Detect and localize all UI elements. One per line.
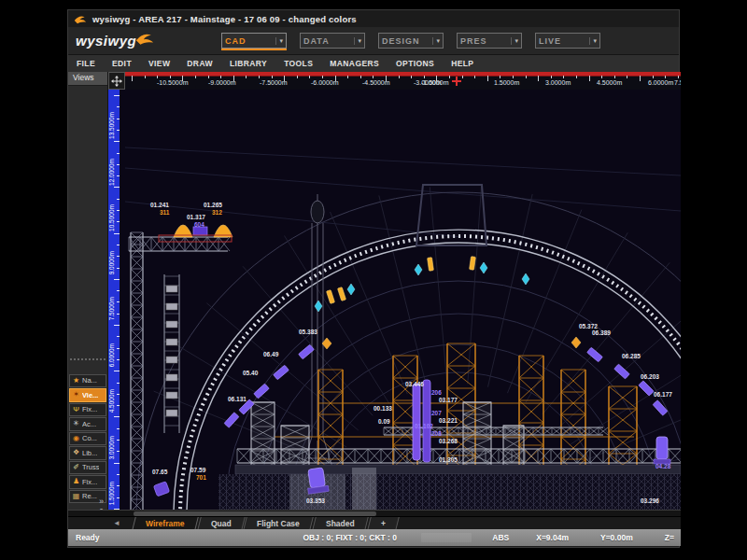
mode-tab-data[interactable]: DATA▾ — [300, 33, 365, 49]
sidebar-item-label: Ac... — [82, 420, 96, 428]
panel-grip[interactable] — [70, 358, 106, 364]
sidebar-item-co[interactable]: ◉Co... — [69, 432, 106, 446]
ruler-tick — [322, 76, 323, 78]
chevron-down-icon[interactable]: ▾ — [432, 37, 440, 45]
menu-draw[interactable]: DRAW — [178, 59, 221, 68]
sun-icon: ✳ — [72, 420, 80, 427]
wireframe-scene[interactable]: 01.24131101.31760401.26531205.38306.4905… — [125, 90, 681, 510]
canvas-label: 05.372 — [579, 323, 598, 329]
ruler-label: -9.0000m — [208, 79, 236, 86]
view-tab-wireframe[interactable]: Wireframe — [132, 517, 198, 530]
chevron-down-icon[interactable]: ▾ — [511, 37, 518, 45]
orange-diamond-fixture — [571, 337, 581, 348]
canvas-label: 06.49 — [263, 351, 279, 357]
stage-structures — [129, 185, 681, 510]
ruler-tick — [170, 76, 171, 78]
ruler-label: 4.5000m — [597, 79, 622, 86]
pencil-icon: ✐ — [72, 464, 80, 471]
mode-tab-live[interactable]: LIVE▾ — [535, 33, 600, 49]
mode-tab-label: LIVE — [539, 36, 561, 46]
yellow-beam-fixture — [337, 287, 345, 301]
sidebar-item-label: Fix... — [82, 405, 97, 413]
sidebar-item-ac[interactable]: ✳Ac... — [69, 417, 106, 431]
menu-options[interactable]: OPTIONS — [388, 59, 443, 68]
sidebar-views-tab[interactable]: Views — [68, 72, 107, 86]
sidebar-item-fix[interactable]: ΨFix... — [69, 403, 106, 417]
mode-tab-design[interactable]: DESIGN▾ — [378, 33, 444, 49]
view-tab-shaded[interactable]: Shaded — [312, 517, 368, 530]
ruler-tick — [309, 76, 310, 78]
canvas-label: 207 — [431, 410, 442, 416]
ruler-tick — [297, 76, 298, 78]
title-bar[interactable]: wysiwyg - AREA 217 - Mainstage - 17 06 0… — [68, 10, 679, 27]
truss-clamp-fixture — [166, 374, 177, 381]
status-ready: Ready — [68, 533, 295, 542]
sidebar-item-fix[interactable]: ♟Fix... — [69, 475, 106, 489]
menu-help[interactable]: HELP — [443, 59, 482, 68]
mode-tab-cad[interactable]: CAD▾ — [221, 33, 287, 49]
sidebar-item-vie[interactable]: ✶Vie... — [69, 388, 106, 402]
view-tab-+[interactable]: + — [367, 517, 399, 530]
ruler-label: 12.0000m — [108, 159, 115, 186]
canvas-label: 07.65 — [152, 469, 168, 475]
status-counts: OBJ : 0; FIXT : 0; CKT : 0 — [295, 533, 420, 542]
view-tab-label: Flight Case — [257, 519, 300, 528]
sidebar-item-lib[interactable]: ❖Lib... — [69, 446, 106, 460]
chevron-down-icon[interactable]: ▾ — [354, 37, 361, 45]
ruler-label: 3.0000m — [108, 436, 115, 459]
yellow-beam-fixture — [326, 290, 334, 304]
ruler-label: 3.0000m — [545, 79, 571, 86]
star-icon: ★ — [72, 377, 80, 385]
sidebar-item-truss[interactable]: ✐Truss — [69, 461, 106, 475]
mode-tab-label: PRES — [460, 36, 487, 46]
ruler-tick — [665, 76, 666, 78]
menu-file[interactable]: FILE — [68, 59, 104, 68]
canvas-label: 03.296 — [641, 497, 659, 504]
menu-view[interactable]: VIEW — [140, 59, 178, 68]
canvas-label: 01.102 — [415, 423, 433, 429]
cad-viewport[interactable]: 01.24131101.31760401.26531205.38306.4905… — [120, 90, 681, 510]
app-window: wysiwyg - AREA 217 - Mainstage - 17 06 0… — [67, 9, 680, 548]
ruler-tick — [627, 76, 627, 78]
chevron-down-icon[interactable]: ▾ — [275, 37, 283, 45]
ruler-tick — [145, 76, 146, 78]
canvas-label: 05.40 — [243, 370, 259, 376]
ruler-label: 13.5000m — [108, 112, 115, 139]
yellow-beam-fixture — [428, 258, 434, 272]
brand-name: wysiwyg — [76, 33, 136, 49]
tab-back-arrow[interactable]: ◄ — [113, 517, 120, 530]
menu-edit[interactable]: EDIT — [104, 59, 140, 68]
canvas-label: 604 — [194, 221, 204, 228]
brand-logo: wysiwyg — [76, 33, 216, 49]
status-x-coord: X=9.04m — [529, 533, 593, 542]
ruler-label: 4.5000m — [108, 389, 115, 413]
canvas-label: 206 — [431, 389, 442, 396]
purple-fixture-column — [413, 380, 430, 462]
truss-clamp-fixture — [166, 321, 177, 328]
ruler-tick — [462, 76, 463, 78]
sidebar-item-label: Truss — [82, 463, 99, 471]
ruler-corner-box[interactable] — [108, 72, 125, 90]
menu-managers[interactable]: MANAGERS — [321, 59, 388, 68]
stage-deck — [235, 465, 681, 474]
view-tab-quad[interactable]: Quad — [197, 517, 245, 530]
ruler-tick — [259, 76, 260, 78]
arc-purple-fixture — [587, 347, 603, 362]
sidebar-item-na[interactable]: ★Na... — [69, 374, 106, 388]
truss-clamp-fixture — [166, 357, 177, 363]
moving-head-right — [654, 437, 670, 464]
bottom-wireframe-bright — [352, 468, 376, 510]
menu-tools[interactable]: TOOLS — [275, 59, 321, 68]
people-icon: ♟ — [72, 478, 80, 485]
ruler-tick — [640, 76, 641, 81]
chevron-down-icon[interactable]: ▾ — [589, 37, 597, 45]
ruler-label: 1.5000m — [108, 482, 115, 505]
canvas-label: 06.285 — [622, 353, 641, 359]
top-horizontal-truss — [129, 237, 230, 251]
ruler-tick — [195, 76, 196, 78]
view-tab-flightcase[interactable]: Flight Case — [243, 517, 313, 530]
ruler-tick — [513, 76, 514, 78]
menu-library[interactable]: LIBRARY — [221, 59, 275, 68]
mode-tab-pres[interactable]: PRES▾ — [457, 33, 522, 49]
status-ghost-text — [421, 533, 472, 542]
